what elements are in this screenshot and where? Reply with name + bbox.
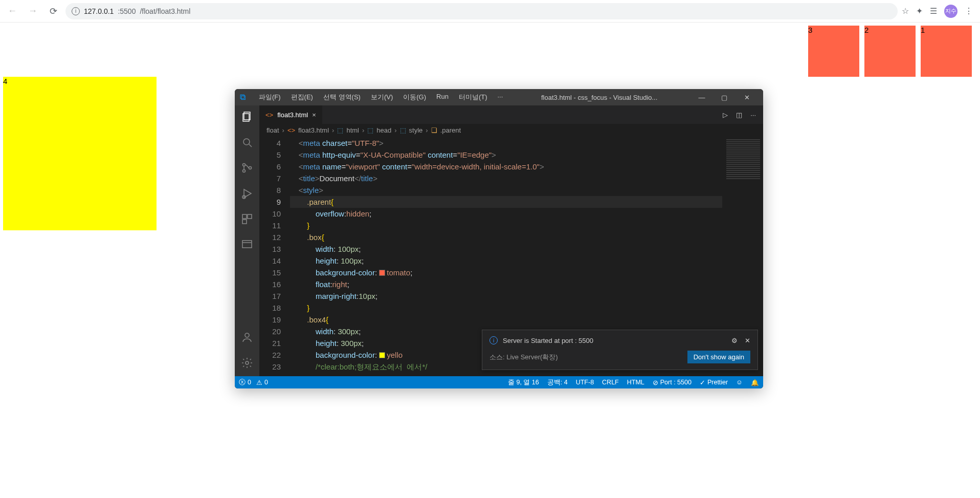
bc-head[interactable]: head [376,126,391,134]
minimize-button[interactable]: — [691,89,713,105]
svg-point-2 [243,139,250,145]
svg-point-6 [249,167,252,169]
breadcrumb[interactable]: float› <>float3.html› ⬚html› ⬚head› ⬚sty… [259,124,763,136]
box-3: 3 [808,26,859,77]
status-prettier[interactable]: ✓ Prettier [700,379,728,386]
svg-point-5 [243,170,246,172]
svg-rect-11 [242,220,247,224]
kebab-menu-icon[interactable]: ⋮ [965,6,973,16]
html-file-icon: <> [287,126,295,134]
status-cursor[interactable]: 줄 9, 열 16 [508,378,539,387]
notification-message: Server is Started at port : 5500 [503,337,593,344]
info-icon: i [489,336,498,344]
profile-avatar[interactable]: 지수 [944,5,957,18]
menu-overflow[interactable]: ··· [493,90,508,105]
bookmark-star-icon[interactable]: ☆ [902,6,909,16]
run-debug-icon[interactable] [240,186,254,201]
activity-bar [235,105,259,376]
back-button[interactable]: ← [4,3,20,19]
status-bar: ⓧ 0 ⚠ 0 줄 9, 열 16 공백: 4 UTF-8 CRLF HTML … [235,376,763,388]
url-host: 127.0.0.1 [84,7,114,15]
css-rule-icon: ❏ [431,126,437,134]
status-spaces[interactable]: 공백: 4 [547,378,568,387]
vscode-window: ⧉ 파일(F) 편집(E) 선택 영역(S) 보기(V) 이동(G) Run 터… [235,89,763,388]
status-warnings[interactable]: ⚠ 0 [256,379,268,386]
extensions-view-icon[interactable] [240,212,254,226]
vscode-title-bar[interactable]: ⧉ 파일(F) 편집(E) 선택 영역(S) 보기(V) 이동(G) Run 터… [235,89,763,105]
svg-rect-9 [242,214,247,219]
account-icon[interactable] [240,330,254,344]
settings-gear-icon[interactable] [240,356,254,370]
box-1: 1 [921,26,972,77]
menu-view[interactable]: 보기(V) [366,90,398,105]
editor-tabs: <> float3.html × ▷ ◫ ··· [259,105,763,124]
dont-show-again-button[interactable]: Don't show again [687,351,750,363]
live-preview-icon[interactable] [240,237,254,252]
reading-list-icon[interactable]: ☰ [930,6,937,16]
svg-point-15 [246,361,249,364]
browser-toolbar: ← → ⟳ i 127.0.0.1:5500/float/float3.html… [0,0,980,23]
forward-button[interactable]: → [25,3,41,19]
explorer-icon[interactable] [240,110,254,124]
notification-source: 소스: Live Server(확장) [489,353,558,362]
maximize-button[interactable]: ▢ [713,89,736,105]
svg-line-3 [249,144,252,147]
site-info-icon[interactable]: i [72,7,80,15]
symbol-icon: ⬚ [337,126,343,134]
split-editor-icon[interactable]: ◫ [736,111,742,119]
menu-go[interactable]: 이동(G) [398,90,431,105]
reload-button[interactable]: ⟳ [45,3,61,19]
window-title: float3.html - css_focus - Visual Studio.… [511,94,687,101]
status-language[interactable]: HTML [627,379,644,386]
html-file-icon: <> [265,111,273,119]
vscode-logo-icon: ⧉ [240,93,246,102]
source-control-icon[interactable] [240,161,254,175]
notification-gear-icon[interactable]: ⚙ [731,337,738,344]
box-4: 4 [3,77,157,230]
window-controls: — ▢ ✕ [691,89,758,105]
menu-file[interactable]: 파일(F) [254,90,286,105]
svg-rect-12 [242,241,252,248]
symbol-icon: ⬚ [367,126,373,134]
menu-edit[interactable]: 편집(E) [286,90,318,105]
bc-parent[interactable]: .parent [440,126,461,134]
status-encoding[interactable]: UTF-8 [576,379,594,386]
close-tab-icon[interactable]: × [312,111,316,119]
url-path: /float/float3.html [140,7,190,15]
status-errors[interactable]: ⓧ 0 [239,378,251,387]
browser-right-icons: ☆ ✦ ☰ 지수 ⋮ [902,5,976,18]
bc-style[interactable]: style [409,126,423,134]
status-port[interactable]: ⊘ Port : 5500 [653,379,692,386]
extensions-icon[interactable]: ✦ [916,6,923,16]
box-2: 2 [864,26,916,77]
status-bell-icon[interactable]: 🔔 [751,379,759,386]
menu-run[interactable]: Run [431,90,454,105]
search-icon[interactable] [240,135,254,149]
more-actions-icon[interactable]: ··· [750,111,756,119]
parent-container: 1 2 3 [3,26,977,77]
bc-folder[interactable]: float [266,126,279,134]
symbol-icon: ⬚ [400,126,406,134]
status-feedback-icon[interactable]: ☺ [736,379,743,386]
url-port: :5500 [118,7,136,15]
svg-point-14 [245,333,249,337]
line-numbers: 4567891011121314151617181920212223 [259,136,290,376]
vscode-menu-bar: 파일(F) 편집(E) 선택 영역(S) 보기(V) 이동(G) Run 터미널… [254,90,508,105]
close-window-button[interactable]: ✕ [736,89,758,105]
svg-rect-10 [248,214,252,219]
url-bar[interactable]: i 127.0.0.1:5500/float/float3.html [65,3,898,19]
svg-point-4 [243,164,246,166]
menu-selection[interactable]: 선택 영역(S) [318,90,366,105]
tab-label: float3.html [277,111,308,119]
bc-file[interactable]: float3.html [298,126,329,134]
notification-close-icon[interactable]: ✕ [745,337,750,344]
status-eol[interactable]: CRLF [602,379,619,386]
bc-html[interactable]: html [346,126,359,134]
run-file-icon[interactable]: ▷ [723,111,728,119]
menu-terminal[interactable]: 터미널(T) [454,90,493,105]
notification-toast: i Server is Started at port : 5500 ⚙ ✕ 소… [482,330,758,370]
tab-float3[interactable]: <> float3.html × [259,105,323,124]
